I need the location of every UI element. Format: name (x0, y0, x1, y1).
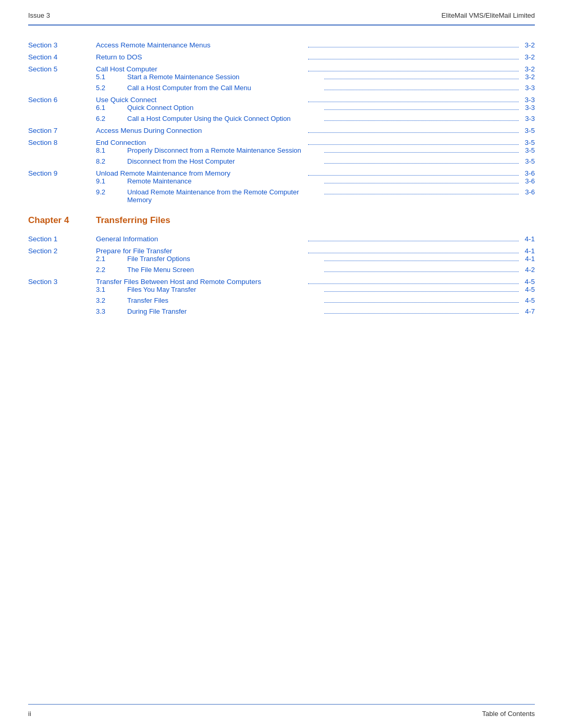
section-title: End Connection (96, 139, 306, 146)
sub-page: 3-6 (525, 188, 535, 196)
chapter4-title: Transferring Files (96, 215, 170, 226)
toc-subsection-row: 2.1File Transfer Options4-1 (28, 255, 535, 263)
section-page: 4-1 (525, 235, 535, 243)
toc-subsection-row: 5.1Start a Remote Maintenance Session3-2 (28, 73, 535, 81)
page-footer: ii Table of Contents (0, 705, 563, 728)
toc-section-row: Section 3Transfer Files Between Host and… (28, 278, 535, 315)
page: Issue 3 EliteMail VMS/EliteMail Limited … (0, 0, 563, 728)
toc-section-row: Section 7Access Menus During Connection3… (28, 127, 535, 134)
section-label: Section 4 (28, 53, 96, 61)
section-title: Call Host Computer (96, 65, 306, 73)
header-right: EliteMail VMS/EliteMail Limited (442, 11, 535, 19)
section-page: 3-5 (525, 139, 535, 146)
toc-dots (308, 175, 518, 176)
section-title: Access Remote Maintenance Menus (96, 41, 306, 49)
sub-title: Start a Remote Maintenance Session (127, 73, 322, 81)
sub-num: 2.1 (96, 255, 127, 263)
section-label: Section 7 (28, 127, 96, 134)
toc-subsection-row: 6.2Call a Host Computer Using the Quick … (28, 115, 535, 122)
section-label: Section 6 (28, 96, 96, 104)
toc-subsection-row: 3.1Files You May Transfer4-5 (28, 286, 535, 293)
sub-num: 9.1 (96, 177, 127, 185)
toc-dots (324, 183, 519, 183)
section-label: Section 9 (28, 169, 96, 177)
sub-page: 4-7 (525, 307, 535, 315)
toc-dots (308, 144, 518, 145)
sub-num: 3.1 (96, 286, 127, 293)
toc-dots (324, 291, 519, 292)
section-label: Section 5 (28, 65, 96, 73)
page-header: Issue 3 EliteMail VMS/EliteMail Limited (0, 0, 563, 24)
toc-section-row: Section 1General Information4-1 (28, 235, 535, 243)
section-page: 3-5 (525, 127, 535, 134)
chapter4-sections: Section 1General Information4-1Section 2… (28, 235, 535, 315)
toc-dots (324, 163, 519, 164)
sub-num: 5.2 (96, 84, 127, 92)
toc-dots (308, 241, 518, 241)
sub-page: 4-2 (525, 266, 535, 274)
toc-dots (308, 253, 518, 253)
sub-title: File Transfer Options (127, 255, 322, 263)
sub-page: 3-2 (525, 73, 535, 81)
sub-title: Remote Maintenance (127, 177, 322, 185)
chapter3-sections: Section 3Access Remote Maintenance Menus… (28, 41, 535, 204)
toc-dots (324, 302, 519, 303)
section-page: 3-6 (525, 169, 535, 177)
footer-left: ii (28, 710, 31, 718)
toc-dots (324, 90, 519, 90)
section-title: Unload Remote Maintenance from Memory (96, 169, 306, 177)
sub-title: Properly Disconnect from a Remote Mainte… (127, 146, 322, 154)
section-title: Transfer Files Between Host and Remote C… (96, 278, 306, 286)
toc-dots (308, 59, 518, 59)
section-page: 4-1 (525, 247, 535, 255)
footer-right: Table of Contents (482, 710, 535, 718)
section-title: Return to DOS (96, 53, 306, 61)
toc-section-row: Section 2Prepare for File Transfer4-12.1… (28, 247, 535, 274)
toc-dots (324, 79, 519, 79)
section-label: Section 2 (28, 247, 96, 255)
toc-dots (324, 313, 519, 314)
toc-dots (308, 102, 518, 102)
sub-title: Files You May Transfer (127, 286, 322, 293)
section-title: Access Menus During Connection (96, 127, 306, 134)
sub-title: Transfer Files (127, 297, 322, 304)
sub-page: 4-1 (525, 255, 535, 263)
toc-subsection-row: 9.2Unload Remote Maintenance from the Re… (28, 188, 535, 204)
toc-subsection-row: 6.1Quick Connect Option3-3 (28, 104, 535, 112)
sub-page: 3-3 (525, 115, 535, 122)
sub-num: 6.2 (96, 115, 127, 122)
toc-subsection-row: 8.1Properly Disconnect from a Remote Mai… (28, 146, 535, 154)
sub-num: 2.2 (96, 266, 127, 274)
toc-dots (324, 194, 519, 194)
toc-dots (324, 109, 519, 110)
toc-section-row: Section 6Use Quick Connect3-36.1Quick Co… (28, 96, 535, 122)
section-title: Use Quick Connect (96, 96, 306, 104)
sub-page: 3-3 (525, 84, 535, 92)
chapter4-label: Chapter 4 (28, 215, 96, 226)
sub-title: Unload Remote Maintenance from the Remot… (127, 188, 322, 204)
sub-num: 8.2 (96, 157, 127, 165)
sub-num: 8.1 (96, 146, 127, 154)
toc-dots (324, 120, 519, 121)
toc-section-row: Section 3Access Remote Maintenance Menus… (28, 41, 535, 49)
sub-title: During File Transfer (127, 307, 322, 315)
toc-dots (308, 132, 518, 133)
section-page: 4-5 (525, 278, 535, 286)
section-title: General Information (96, 235, 306, 243)
section-page: 3-2 (525, 65, 535, 73)
toc-subsection-row: 2.2The File Menu Screen4-2 (28, 266, 535, 274)
toc-subsection-row: 5.2Call a Host Computer from the Call Me… (28, 84, 535, 92)
sub-num: 3.3 (96, 307, 127, 315)
sub-title: Disconnect from the Host Computer (127, 157, 322, 165)
toc-section-row: Section 5Call Host Computer3-25.1Start a… (28, 65, 535, 92)
section-title: Prepare for File Transfer (96, 247, 306, 255)
toc-subsection-row: 3.3During File Transfer4-7 (28, 307, 535, 315)
toc-dots (324, 152, 519, 153)
toc-dots (308, 47, 518, 47)
toc-section-row: Section 4Return to DOS3-2 (28, 53, 535, 61)
sub-num: 5.1 (96, 73, 127, 81)
sub-num: 9.2 (96, 188, 127, 196)
sub-title: Call a Host Computer Using the Quick Con… (127, 115, 322, 122)
sub-page: 4-5 (525, 286, 535, 293)
toc-section-row: Section 9Unload Remote Maintenance from … (28, 169, 535, 204)
